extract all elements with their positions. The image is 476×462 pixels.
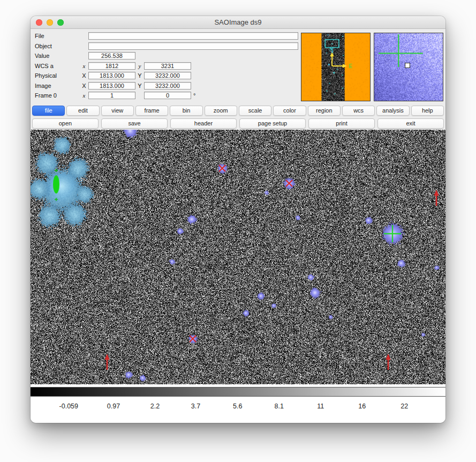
wcs-x-label: x	[80, 63, 88, 69]
frame-label: Frame 0	[35, 92, 80, 99]
button-open[interactable]: open	[32, 118, 99, 129]
titlebar[interactable]: SAOImage ds9	[31, 16, 445, 29]
wcs-label: WCS a	[35, 63, 80, 69]
physical-label: Physical	[35, 72, 80, 79]
button-print[interactable]: print	[308, 118, 375, 129]
frame-zoom-field[interactable]: 1	[88, 92, 135, 99]
menu-region[interactable]: region	[308, 106, 341, 116]
wcs-x-field[interactable]: 1812	[88, 62, 135, 70]
image-x-label: X	[80, 83, 88, 89]
coordinate-readout: File Object Value 256.538 WCS a x	[31, 32, 301, 104]
menu-bar: file edit view frame bin zoom scale colo…	[31, 104, 445, 117]
colorbar-tick: 0.97	[107, 403, 120, 410]
info-row-file: File	[35, 32, 301, 40]
colorbar-area: -0.059 0.97 2.2 3.7 5.6 8.1 11 16 22	[31, 384, 445, 423]
degree-symbol: °	[193, 92, 195, 99]
info-row-frame: Frame 0 x 1 0 °	[35, 92, 301, 99]
fullscreen-button[interactable]	[57, 19, 64, 26]
menu-scale[interactable]: scale	[239, 106, 271, 116]
menu-file[interactable]: file	[32, 106, 65, 116]
info-row-image: Image X 1813.000 Y 3232.000	[35, 82, 301, 90]
minimize-button[interactable]	[47, 19, 53, 26]
value-field[interactable]: 256.538	[88, 52, 135, 59]
button-page-setup[interactable]: page setup	[239, 118, 306, 129]
desktop-background: SAOImage ds9 File Object Value 256.538	[0, 0, 476, 462]
frame-x-label: x	[80, 92, 88, 99]
info-row-wcs: WCS a x 1812 y 3231	[35, 62, 301, 70]
colorbar-tick: 2.2	[150, 403, 160, 410]
file-label: File	[35, 33, 80, 39]
frame-rotation-field[interactable]: 0	[144, 92, 191, 99]
image-display[interactable]	[31, 130, 445, 384]
info-row-physical: Physical X 1813.000 Y 3232.000	[35, 72, 301, 79]
file-button-bar: open save header page setup print exit	[31, 117, 445, 130]
colorbar-ticks: -0.059 0.97 2.2 3.7 5.6 8.1 11 16 22	[31, 403, 445, 422]
colorbar-tick: 11	[317, 403, 324, 410]
info-panel: File Object Value 256.538 WCS a x	[31, 29, 445, 104]
image-y-field[interactable]: 3232.000	[144, 82, 191, 90]
menu-frame[interactable]: frame	[135, 106, 168, 116]
close-button[interactable]	[36, 19, 42, 26]
menu-wcs[interactable]: wcs	[342, 106, 375, 116]
colorbar[interactable]	[31, 387, 445, 397]
image-label: Image	[35, 83, 80, 89]
panner-panel[interactable]	[301, 33, 371, 101]
menu-zoom[interactable]: zoom	[205, 106, 237, 116]
physical-y-field[interactable]: 3232.000	[144, 72, 191, 79]
colorbar-tick: 3.7	[191, 403, 200, 410]
menu-analysis[interactable]: analysis	[376, 106, 409, 116]
button-save[interactable]: save	[101, 118, 168, 129]
physical-y-label: Y	[135, 72, 144, 79]
menu-color[interactable]: color	[273, 106, 306, 116]
wcs-y-field[interactable]: 3231	[144, 62, 191, 70]
traffic-lights	[36, 16, 64, 28]
colorbar-tick: 8.1	[275, 403, 284, 410]
info-row-object: Object	[35, 42, 301, 50]
button-exit[interactable]: exit	[377, 118, 444, 129]
colorbar-tick: 16	[358, 403, 366, 410]
button-header[interactable]: header	[170, 118, 237, 129]
object-label: Object	[35, 43, 80, 49]
wcs-y-label: y	[135, 63, 144, 69]
image-x-field[interactable]: 1813.000	[88, 82, 135, 90]
file-field[interactable]	[88, 32, 298, 40]
colorbar-tick: -0.059	[59, 403, 78, 410]
object-field[interactable]	[88, 42, 298, 50]
colorbar-tick: 5.6	[233, 403, 242, 410]
menu-edit[interactable]: edit	[66, 106, 99, 116]
value-label: Value	[35, 53, 80, 59]
menu-view[interactable]: view	[101, 106, 134, 116]
image-y-label: Y	[135, 83, 144, 89]
menu-help[interactable]: help	[411, 106, 444, 116]
ds9-window: SAOImage ds9 File Object Value 256.538	[31, 16, 445, 423]
colorbar-tick: 22	[401, 403, 408, 410]
menu-bin[interactable]: bin	[170, 106, 202, 116]
magnifier-panel[interactable]	[374, 33, 443, 101]
window-title: SAOImage ds9	[214, 18, 261, 26]
info-row-value: Value 256.538	[35, 52, 301, 59]
physical-x-field[interactable]: 1813.000	[88, 72, 135, 79]
physical-x-label: X	[80, 72, 88, 79]
